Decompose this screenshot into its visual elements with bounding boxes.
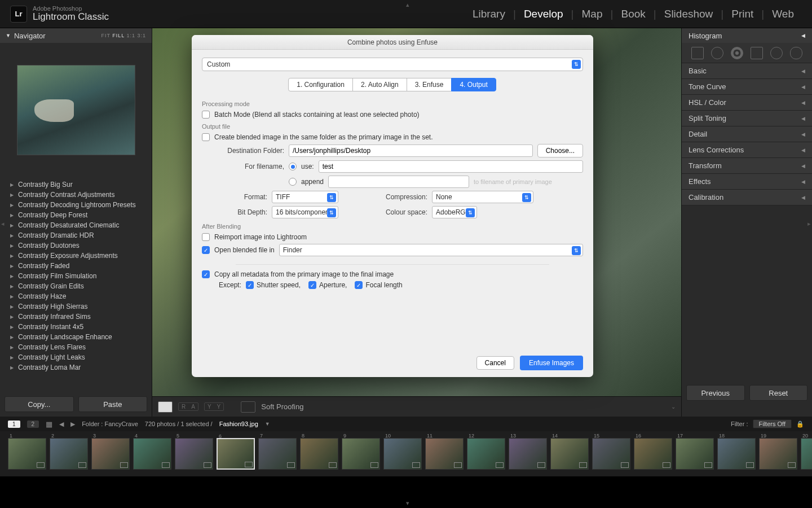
filmstrip-thumb[interactable]: 6 (217, 438, 255, 470)
preset-folder[interactable]: ▶Contrastly Exposure Adjustments (0, 251, 152, 261)
colorspace-select[interactable]: AdobeRGB⇅ (432, 206, 477, 218)
filmstrip-thumb[interactable]: 10 (383, 438, 422, 470)
radial-filter-icon[interactable] (770, 47, 783, 59)
preset-folder[interactable]: ▶Contrastly Infrared Sims (0, 312, 152, 322)
filmstrip-thumb[interactable]: 7 (258, 438, 297, 470)
preset-folder[interactable]: ▶Contrastly Contrast Adjustments (0, 190, 152, 200)
crop-tool-icon[interactable] (691, 47, 704, 59)
cancel-button[interactable]: Cancel (476, 356, 514, 370)
filmstrip-thumb[interactable]: 19 (759, 438, 797, 470)
monitor-1-tab[interactable]: 1 (8, 421, 20, 428)
filmstrip-thumb[interactable]: 14 (550, 438, 589, 470)
navigator-zoom-opts[interactable]: FIT FILL 1:1 3:1 (101, 33, 146, 38)
except-checkbox[interactable]: ✓ (355, 281, 363, 289)
panel-arrow-left-icon[interactable]: ◂ (1, 220, 5, 227)
module-print[interactable]: Print (723, 8, 761, 20)
panel-lens-corrections[interactable]: Lens Corrections◀ (682, 142, 812, 158)
filmstrip-thumb[interactable]: 16 (634, 438, 672, 470)
preset-folder[interactable]: ▶Contrastly Decoding Lightroom Presets (0, 200, 152, 210)
filmstrip-thumb[interactable]: 3 (91, 438, 130, 470)
filmstrip-thumb[interactable]: 5 (175, 438, 213, 470)
filmstrip-thumb[interactable]: 18 (717, 438, 756, 470)
format-select[interactable]: TIFF⇅ (272, 191, 338, 203)
chevron-down-icon[interactable]: ⌄ (671, 404, 676, 410)
navigator-header[interactable]: ▼ Navigator FIT FILL 1:1 3:1 (0, 28, 152, 43)
preset-select[interactable]: Custom ⇅ (202, 58, 583, 71)
module-slideshow[interactable]: Slideshow (656, 8, 721, 20)
reset-button[interactable]: Reset (749, 385, 808, 401)
filmstrip-thumb[interactable]: 4 (133, 438, 171, 470)
preset-folder[interactable]: ▶Contrastly Faded (0, 261, 152, 271)
panel-hsl-color[interactable]: HSL / Color◀ (682, 95, 812, 111)
module-web[interactable]: Web (764, 8, 802, 20)
before-after-yy-icon[interactable]: YY (204, 402, 224, 411)
panel-split-toning[interactable]: Split Toning◀ (682, 111, 812, 126)
open-in-checkbox[interactable]: ✓ (202, 246, 210, 254)
histogram-header[interactable]: Histogram ◀ (682, 28, 812, 43)
filename-use-input[interactable] (319, 160, 583, 173)
reimport-checkbox[interactable] (202, 233, 210, 241)
filmstrip[interactable]: 1234567891011121314151617181920 (0, 431, 812, 476)
filter-lock-icon[interactable]: 🔒 (796, 421, 804, 428)
filename-dropdown-icon[interactable]: ▼ (265, 421, 270, 427)
preset-folder[interactable]: ▶Contrastly Loma Mar (0, 362, 152, 373)
preset-folder[interactable]: ▶Contrastly Haze (0, 291, 152, 301)
nav-forward-icon[interactable]: ▶ (70, 421, 75, 428)
open-in-select[interactable]: Finder⇅ (279, 244, 583, 256)
filmstrip-thumb[interactable]: 17 (676, 438, 714, 470)
panel-effects[interactable]: Effects◀ (682, 174, 812, 190)
module-develop[interactable]: Develop (516, 8, 571, 20)
panel-arrow-right-icon[interactable]: ▸ (807, 220, 811, 227)
batch-mode-checkbox[interactable] (202, 111, 210, 119)
paste-button[interactable]: Paste (78, 396, 148, 412)
preset-folder[interactable]: ▶Contrastly Duotones (0, 240, 152, 251)
module-library[interactable]: Library (465, 8, 513, 20)
preset-folder[interactable]: ▶Contrastly Deep Forest (0, 210, 152, 220)
preset-folder[interactable]: ▶Contrastly Landscape Enhance (0, 332, 152, 342)
monitor-2-tab[interactable]: 2 (27, 421, 39, 428)
filename-use-radio[interactable] (289, 163, 297, 170)
graduated-filter-icon[interactable] (751, 47, 763, 59)
panel-tone-curve[interactable]: Tone Curve◀ (682, 79, 812, 95)
panel-transform[interactable]: Transform◀ (682, 158, 812, 174)
except-checkbox[interactable]: ✓ (308, 281, 316, 289)
before-after-ra-icon[interactable]: RA (178, 402, 198, 411)
preset-folder[interactable]: ▶Contrastly Dramatic HDR (0, 230, 152, 240)
filmstrip-thumb[interactable]: 12 (467, 438, 505, 470)
module-map[interactable]: Map (574, 8, 611, 20)
preset-folder[interactable]: ▶Contrastly Film Simulation (0, 271, 152, 281)
panel-basic[interactable]: Basic◀ (682, 63, 812, 79)
spot-removal-icon[interactable] (711, 47, 723, 59)
panel-calibration[interactable]: Calibration◀ (682, 190, 812, 205)
preset-folder[interactable]: ▶Contrastly Instant 4x5 (0, 322, 152, 332)
bitdepth-select[interactable]: 16 bits/component⇅ (272, 206, 338, 218)
preset-folder[interactable]: ▶Contrastly Grain Edits (0, 281, 152, 291)
panel-arrow-top-icon[interactable]: ▴ (406, 1, 409, 8)
tab-enfuse[interactable]: 3. Enfuse (407, 78, 452, 91)
filename-append-input[interactable] (328, 176, 469, 188)
copy-button[interactable]: Copy... (5, 396, 74, 412)
previous-button[interactable]: Previous (686, 385, 745, 401)
tab-autoalign[interactable]: 2. Auto Align (352, 78, 407, 91)
tab-configuration[interactable]: 1. Configuration (288, 78, 353, 91)
preset-folder[interactable]: ▶Contrastly Desaturated Cinematic (0, 220, 152, 230)
navigator-preview[interactable] (0, 43, 152, 177)
compression-select[interactable]: None⇅ (432, 191, 533, 203)
same-folder-checkbox[interactable] (202, 133, 210, 141)
preset-folder[interactable]: ▶Contrastly Big Sur (0, 179, 152, 190)
panel-detail[interactable]: Detail◀ (682, 126, 812, 142)
loupe-view-icon[interactable] (158, 401, 173, 413)
filmstrip-thumb[interactable]: 2 (50, 438, 88, 470)
panel-arrow-bottom-icon[interactable]: ▾ (406, 500, 409, 507)
filmstrip-thumb[interactable]: 13 (509, 438, 547, 470)
preset-folder[interactable]: ▶Contrastly Lens Flares (0, 342, 152, 352)
tab-output[interactable]: 4. Output (451, 78, 496, 91)
redeye-tool-icon[interactable] (731, 47, 743, 59)
enfuse-images-button[interactable]: Enfuse Images (520, 356, 583, 370)
soft-proofing-checkbox[interactable] (241, 401, 255, 413)
filmstrip-thumb[interactable]: 15 (592, 438, 630, 470)
filter-select[interactable]: Filters Off (753, 419, 792, 428)
grid-icon[interactable]: ▦ (46, 420, 52, 428)
filmstrip-thumb[interactable]: 1 (8, 438, 46, 470)
preset-folder[interactable]: ▶Contrastly High Sierras (0, 301, 152, 312)
